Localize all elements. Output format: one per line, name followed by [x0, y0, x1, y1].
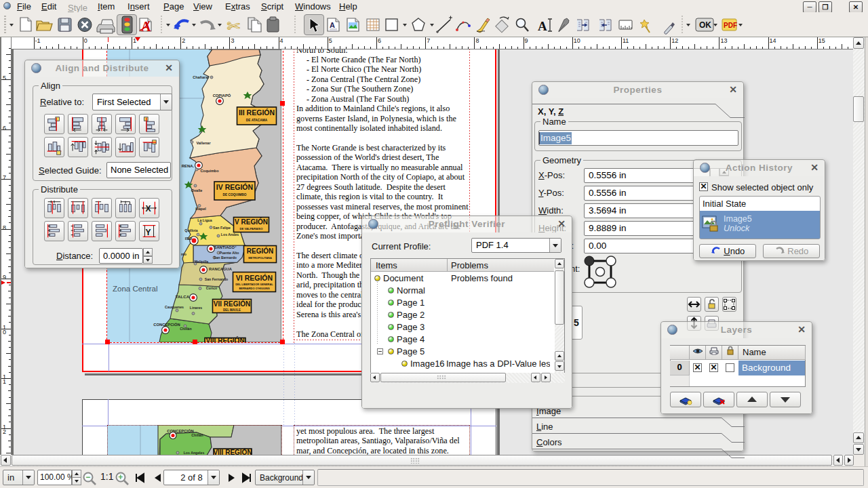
svg-text:PDF: PDF [724, 22, 737, 29]
svg-text:A: A [330, 21, 335, 29]
svg-text:OK: OK [699, 20, 711, 30]
svg-text:A: A [538, 19, 547, 33]
svg-text:X: X [145, 204, 151, 214]
svg-text:Y: Y [145, 228, 151, 237]
svg-text:+: + [118, 472, 123, 482]
svg-text:✄: ✄ [226, 17, 240, 35]
svg-text:−: − [85, 472, 90, 482]
